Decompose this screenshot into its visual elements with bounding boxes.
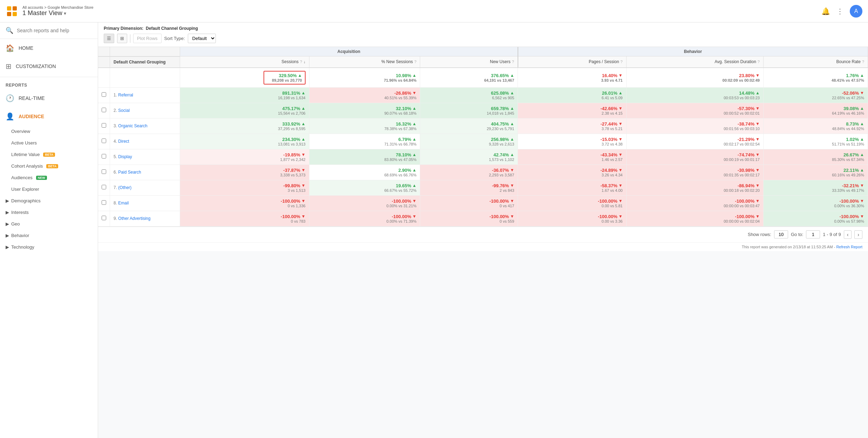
channel-link[interactable]: Social [118, 108, 130, 113]
down-icon: ▼ [301, 152, 306, 157]
row-checkbox-cell[interactable] [98, 211, 110, 226]
bounce-help-icon[interactable]: ? [862, 60, 864, 64]
channel-link[interactable]: Other Advertising [118, 216, 150, 221]
row-checkbox-cell[interactable] [98, 149, 110, 164]
sidebar-item-audience[interactable]: 👤 AUDIENCE [0, 107, 98, 126]
down-icon: ▼ [412, 214, 417, 219]
sidebar-item-active-users[interactable]: Active Users [0, 137, 98, 149]
data-table-wrapper: Acquisition Behavior Default Channel Gro… [98, 47, 868, 227]
sidebar-item-demographics[interactable]: ▶ Demographics [0, 195, 98, 207]
th-spacer [110, 47, 180, 56]
th-new-sessions[interactable]: % New Sessions ? [309, 56, 420, 68]
new-users-help-icon[interactable]: ? [512, 60, 514, 64]
pages-help-icon[interactable]: ? [621, 60, 623, 64]
down-icon: ▼ [860, 90, 864, 95]
row-checkbox[interactable] [102, 154, 106, 159]
plot-rows-button[interactable]: Plot Rows [133, 34, 162, 43]
row-checkbox[interactable] [102, 216, 106, 220]
row-checkbox-cell[interactable] [98, 180, 110, 195]
bell-icon[interactable]: 🔔 [821, 7, 830, 15]
channel-link[interactable]: (Other) [118, 185, 131, 190]
row-checkbox[interactable] [102, 108, 106, 112]
total-new-sessions: 10.98% ▲ 71.96% vs 64.84% [309, 68, 420, 88]
up-icon: ▲ [756, 90, 760, 95]
th-bounce-rate[interactable]: Bounce Rate ? [763, 56, 868, 68]
sessions-sort-icon[interactable]: ↓ [303, 60, 306, 64]
channel-link[interactable]: Direct [118, 139, 129, 144]
row-checkbox[interactable] [102, 200, 106, 205]
metric-cell: -42.66%▼ 2.38 vs 4.15 [518, 103, 626, 118]
down-icon: ▼ [860, 214, 864, 219]
sort-select[interactable]: Default [188, 34, 216, 43]
home-icon: 🏠 [6, 44, 14, 52]
chevron-right-icon-behavior: ▶ [6, 233, 9, 238]
th-behavior: Behavior [518, 47, 868, 56]
row-checkbox[interactable] [102, 139, 106, 143]
row-checkbox-cell[interactable] [98, 134, 110, 149]
beta-badge-cohort: BETA [46, 164, 58, 168]
go-to-input[interactable] [806, 230, 820, 238]
row-checkbox-cell[interactable] [98, 87, 110, 103]
avatar[interactable]: A [850, 5, 862, 18]
show-rows-input[interactable] [774, 230, 788, 238]
next-page-button[interactable]: › [854, 230, 862, 239]
sidebar-item-interests[interactable]: ▶ Interests [0, 207, 98, 218]
sidebar-item-technology[interactable]: ▶ Technology [0, 241, 98, 253]
row-checkbox[interactable] [102, 185, 106, 189]
metric-cell: -100.00%▼ 0.00% vs 36.30% [763, 195, 868, 211]
metric-cell: 26.01%▲ 6.41 vs 5.09 [518, 87, 626, 103]
refresh-report-link[interactable]: Refresh Report [836, 245, 862, 249]
sidebar-item-cohort-analysis[interactable]: Cohort Analysis BETA [0, 160, 98, 172]
topbar: All accounts > Google Merchandise Store … [0, 0, 868, 22]
down-icon: ▼ [301, 214, 306, 219]
customization-label: CUSTOMIZATION [16, 63, 56, 69]
account-name[interactable]: 1 Master View ▾ [22, 9, 94, 17]
row-checkbox-cell[interactable] [98, 103, 110, 118]
sidebar-item-user-explorer[interactable]: User Explorer [0, 183, 98, 195]
sidebar-item-overview[interactable]: Overview [0, 126, 98, 137]
th-avg-duration[interactable]: Avg. Session Duration ? [626, 56, 763, 68]
sidebar-item-lifetime-value[interactable]: Lifetime Value BETA [0, 149, 98, 160]
search-bar[interactable]: 🔍 [0, 22, 98, 39]
row-checkbox-cell[interactable] [98, 118, 110, 134]
table-row: 2. Social 475.17%▲ 15,564 vs 2,706 32.10… [98, 103, 868, 118]
down-icon: ▼ [618, 198, 623, 203]
sidebar-item-behavior[interactable]: ▶ Behavior [0, 230, 98, 241]
row-checkbox-cell[interactable] [98, 164, 110, 180]
down-icon: ▼ [756, 183, 760, 188]
up-icon: ▲ [412, 152, 417, 157]
channel-link[interactable]: Referral [118, 93, 133, 97]
row-checkbox[interactable] [102, 123, 106, 128]
row-checkbox[interactable] [102, 92, 106, 97]
sidebar-item-customization[interactable]: ⊞ CUSTOMIZATION [0, 57, 98, 75]
prev-page-button[interactable]: ‹ [844, 230, 852, 239]
sidebar-item-audiences[interactable]: Audiences NEW [0, 172, 98, 183]
channel-link[interactable]: Email [118, 201, 129, 205]
channel-link[interactable]: Organic Search [118, 123, 147, 128]
total-row: 329.50% ▲ 89,208 vs 20,770 10.98% ▲ [98, 68, 868, 88]
th-new-users[interactable]: New Users ? [420, 56, 518, 68]
new-sessions-help-icon[interactable]: ? [414, 60, 416, 64]
avg-dur-help-icon[interactable]: ? [758, 60, 760, 64]
channel-name-cell: 7. (Other) [110, 180, 180, 195]
row-checkbox-cell[interactable] [98, 195, 110, 211]
sidebar-item-geo[interactable]: ▶ Geo [0, 218, 98, 230]
person-icon: 👤 [6, 112, 14, 121]
up-icon: ▲ [301, 121, 306, 126]
sessions-help-icon[interactable]: ? [300, 60, 302, 64]
sidebar-item-home[interactable]: 🏠 HOME [0, 39, 98, 57]
sidebar-item-realtime[interactable]: 🕐 REAL-TIME [0, 89, 98, 107]
th-sessions[interactable]: Sessions ? ↓ [180, 56, 309, 68]
total-newusers-up-icon: ▲ [510, 73, 514, 78]
go-to-label: Go to: [791, 232, 803, 237]
list-view-button[interactable]: ☰ [104, 34, 114, 43]
search-input[interactable] [17, 28, 92, 33]
row-checkbox[interactable] [102, 169, 106, 174]
channel-link[interactable]: Display [118, 154, 132, 159]
grid-view-button[interactable]: ⊞ [117, 34, 127, 43]
th-pages-session[interactable]: Pages / Session ? [518, 56, 626, 68]
more-options-icon[interactable]: ⋮ [836, 7, 843, 15]
channel-link[interactable]: Paid Search [118, 170, 141, 175]
metric-cell: -100.00%▼ 0 vs 1,336 [180, 195, 309, 211]
logo [6, 5, 18, 18]
